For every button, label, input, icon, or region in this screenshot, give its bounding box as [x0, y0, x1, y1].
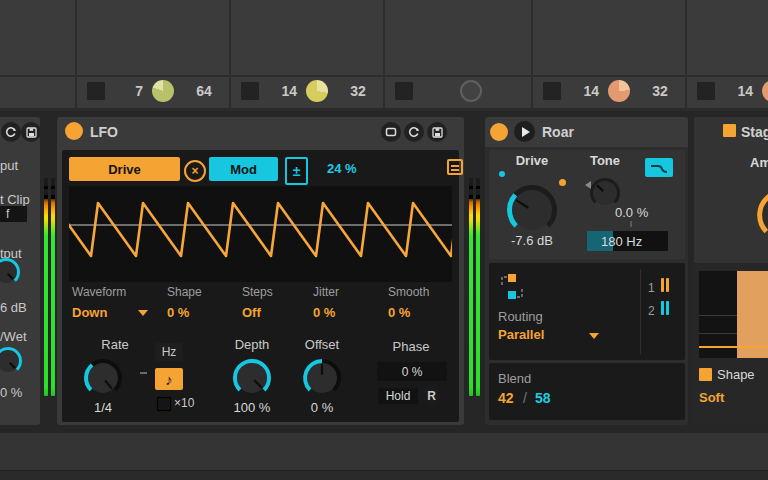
clip-position-value: 7 — [103, 83, 143, 99]
blend-separator: / — [523, 390, 527, 406]
meter-bar-left — [469, 178, 473, 396]
amount-knob[interactable] — [755, 187, 768, 247]
clip-length-value: 32 — [335, 83, 381, 99]
track-status-cell — [385, 77, 531, 108]
offset-label: Offset — [292, 337, 352, 352]
device-activator[interactable] — [490, 123, 508, 141]
session-grid: 7 64 14 32 14 32 14 — [0, 0, 768, 108]
routing-section: Routing Parallel 1 2 — [489, 263, 685, 360]
clip-progress-pie — [152, 80, 174, 102]
shaper-fill — [737, 271, 768, 358]
session-bottom-edge — [0, 108, 768, 111]
unmap-icon[interactable]: × — [184, 160, 206, 182]
clip-progress-pie — [460, 80, 482, 102]
hold-button[interactable]: Hold — [378, 388, 418, 404]
track-status-cell: 14 32 — [231, 77, 383, 108]
stage2-bar — [661, 301, 664, 315]
clip-progress-pie — [306, 80, 328, 102]
depth-knob[interactable] — [231, 357, 273, 403]
shape-value[interactable]: 0 % — [167, 305, 189, 320]
ableton-live-screen: 7 64 14 32 14 32 14 — [0, 0, 768, 480]
clip-position-value: 14 — [257, 83, 297, 99]
save-preset-icon[interactable] — [427, 122, 447, 142]
depth-value[interactable]: 100 % — [222, 400, 282, 415]
track-status-cell: 14 32 — [533, 77, 685, 108]
track-status-cell: 14 — [687, 77, 768, 108]
routing-label: Routing — [498, 309, 543, 324]
retrigger-button[interactable]: R — [422, 386, 441, 405]
save-preset-icon[interactable] — [21, 122, 40, 142]
phase-value[interactable]: 0 % — [377, 362, 447, 381]
offset-value[interactable]: 0 % — [292, 400, 352, 415]
x10-checkbox[interactable] — [157, 397, 171, 411]
chevron-down-icon[interactable] — [138, 310, 148, 316]
dry-wet-knob[interactable] — [0, 345, 24, 381]
soft-clip-value[interactable]: f — [0, 206, 27, 222]
tone-label: Tone — [580, 153, 630, 168]
blend-value-a[interactable]: 42 — [498, 390, 514, 406]
mod-depth-dash — [140, 372, 147, 374]
tone-tick — [630, 221, 632, 227]
mapping-list-icon[interactable] — [447, 159, 463, 175]
meter-bar-right — [51, 178, 55, 396]
map-target-button[interactable]: Drive — [69, 157, 180, 181]
offset-knob[interactable] — [301, 357, 343, 403]
clip-position-value: 14 — [713, 83, 753, 99]
hot-swap-icon[interactable] — [1, 122, 21, 142]
waveform-value[interactable]: Down — [72, 305, 107, 320]
jitter-value[interactable]: 0 % — [313, 305, 335, 320]
smooth-label: Smooth — [388, 285, 429, 299]
mod-mode-button[interactable]: Mod — [209, 157, 278, 181]
steps-value[interactable]: Off — [242, 305, 261, 320]
smooth-value[interactable]: 0 % — [388, 305, 410, 320]
chain-level-meter — [469, 178, 480, 396]
roar-device: Roar Drive -7.6 dB Tone 0.0 % 180 Hz — [485, 117, 688, 425]
filter-freq-value: 180 Hz — [601, 234, 642, 249]
drive-value[interactable]: -7.6 dB — [499, 233, 565, 248]
dry-wet-label-fragment: /Wet — [0, 329, 27, 344]
meter-bar-left — [44, 178, 48, 396]
steps-label: Steps — [242, 285, 273, 299]
routing-value[interactable]: Parallel — [498, 327, 544, 342]
output-gain-knob[interactable] — [0, 256, 22, 292]
blend-label: Blend — [498, 371, 531, 386]
hz-mode-button[interactable]: Hz — [155, 343, 183, 361]
shape-value[interactable]: Soft — [699, 390, 724, 405]
depth-label: Depth — [222, 337, 282, 352]
rate-knob[interactable] — [82, 357, 124, 403]
tone-value[interactable]: 0.0 % — [615, 205, 648, 220]
sync-note-button[interactable]: ♪ — [155, 368, 183, 390]
routing-icon — [499, 273, 525, 301]
output-gain-value[interactable]: 6 dB — [0, 300, 27, 315]
dry-wet-value[interactable]: 0 % — [0, 385, 22, 400]
hot-swap-icon[interactable] — [404, 122, 424, 142]
device-activator[interactable] — [65, 122, 83, 140]
blend-value-b[interactable]: 58 — [535, 390, 551, 406]
waveform-label: Waveform — [72, 285, 126, 299]
rate-value[interactable]: 1/4 — [73, 400, 133, 415]
track-status-cell — [0, 77, 75, 108]
lfo-device: LFO Drive × Mod ± 24 % Waveform Shape St… — [57, 117, 464, 425]
filter-freq-slider[interactable]: 180 Hz — [587, 231, 668, 251]
stage-tab-icon[interactable] — [723, 124, 736, 137]
stage2-number: 2 — [648, 304, 655, 318]
shape-type-icon[interactable] — [699, 368, 712, 381]
play-icon[interactable] — [514, 121, 535, 142]
shaper-display — [699, 271, 768, 358]
jitter-label: Jitter — [313, 285, 339, 299]
blend-section: Blend 42 / 58 — [489, 363, 685, 420]
clip-stop-button[interactable] — [395, 82, 413, 100]
clip-progress-pie — [762, 80, 768, 102]
track-status-cell: 7 64 — [77, 77, 229, 108]
chevron-down-icon[interactable] — [589, 333, 599, 339]
frame-icon[interactable] — [381, 122, 401, 142]
clip-position-value: 14 — [559, 83, 599, 99]
macro-map-dot — [559, 179, 566, 186]
filter-lowpass-icon[interactable] — [645, 158, 673, 177]
clip-length-value: 64 — [181, 83, 227, 99]
device-chain-scrollbar[interactable] — [0, 433, 768, 470]
routing-divider — [640, 269, 641, 354]
mod-amount-value[interactable]: 24 % — [327, 161, 357, 176]
bipolar-toggle[interactable]: ± — [285, 157, 308, 185]
x10-label: ×10 — [174, 396, 194, 410]
